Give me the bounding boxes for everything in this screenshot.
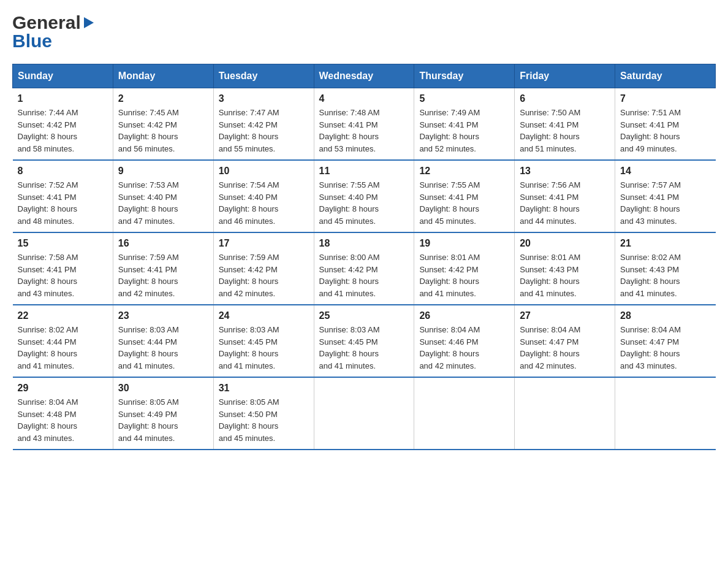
day-info: Sunrise: 7:51 AMSunset: 4:41 PMDaylight:…	[620, 107, 710, 155]
column-header-friday: Friday	[515, 64, 615, 88]
calendar-day-cell: 5 Sunrise: 7:49 AMSunset: 4:41 PMDayligh…	[414, 88, 515, 161]
calendar-day-cell: 2 Sunrise: 7:45 AMSunset: 4:42 PMDayligh…	[113, 88, 213, 161]
day-info: Sunrise: 7:55 AMSunset: 4:40 PMDaylight:…	[319, 179, 409, 227]
calendar-day-cell: 15 Sunrise: 7:58 AMSunset: 4:41 PMDaylig…	[13, 232, 113, 305]
logo-triangle-icon	[82, 16, 95, 29]
day-number: 19	[419, 238, 509, 249]
day-number: 18	[319, 238, 409, 249]
day-number: 26	[419, 310, 509, 321]
day-number: 23	[118, 310, 208, 321]
logo: General Blue	[12, 12, 96, 52]
day-info: Sunrise: 7:54 AMSunset: 4:40 PMDaylight:…	[219, 179, 309, 227]
day-info: Sunrise: 7:50 AMSunset: 4:41 PMDaylight:…	[520, 107, 610, 155]
calendar-day-cell: 20 Sunrise: 8:01 AMSunset: 4:43 PMDaylig…	[515, 232, 615, 305]
day-number: 21	[620, 238, 710, 249]
page-header: General Blue	[12, 12, 716, 52]
day-number: 10	[219, 166, 309, 177]
day-info: Sunrise: 8:03 AMSunset: 4:45 PMDaylight:…	[319, 324, 409, 372]
day-number: 6	[520, 93, 610, 104]
day-info: Sunrise: 7:57 AMSunset: 4:41 PMDaylight:…	[620, 179, 710, 227]
column-header-sunday: Sunday	[13, 64, 113, 88]
logo-general-text: General	[12, 12, 81, 33]
day-info: Sunrise: 7:53 AMSunset: 4:40 PMDaylight:…	[118, 179, 208, 227]
day-info: Sunrise: 8:04 AMSunset: 4:47 PMDaylight:…	[620, 324, 710, 372]
day-number: 4	[319, 93, 409, 104]
calendar-day-cell	[314, 377, 414, 450]
day-info: Sunrise: 8:02 AMSunset: 4:44 PMDaylight:…	[18, 324, 108, 372]
calendar-day-cell: 1 Sunrise: 7:44 AMSunset: 4:42 PMDayligh…	[13, 88, 113, 161]
day-info: Sunrise: 7:58 AMSunset: 4:41 PMDaylight:…	[18, 251, 108, 299]
day-number: 9	[118, 166, 208, 177]
day-info: Sunrise: 8:04 AMSunset: 4:48 PMDaylight:…	[18, 396, 108, 444]
calendar-day-cell: 21 Sunrise: 8:02 AMSunset: 4:43 PMDaylig…	[615, 232, 716, 305]
calendar-day-cell: 25 Sunrise: 8:03 AMSunset: 4:45 PMDaylig…	[314, 305, 414, 377]
day-number: 14	[620, 166, 710, 177]
calendar-week-row: 22 Sunrise: 8:02 AMSunset: 4:44 PMDaylig…	[13, 305, 716, 377]
calendar-day-cell: 8 Sunrise: 7:52 AMSunset: 4:41 PMDayligh…	[13, 160, 113, 232]
calendar-body: 1 Sunrise: 7:44 AMSunset: 4:42 PMDayligh…	[13, 88, 716, 450]
calendar-day-cell: 14 Sunrise: 7:57 AMSunset: 4:41 PMDaylig…	[615, 160, 716, 232]
calendar-day-cell: 18 Sunrise: 8:00 AMSunset: 4:42 PMDaylig…	[314, 232, 414, 305]
calendar-day-cell: 19 Sunrise: 8:01 AMSunset: 4:42 PMDaylig…	[414, 232, 515, 305]
day-number: 1	[18, 93, 108, 104]
day-number: 27	[520, 310, 610, 321]
day-info: Sunrise: 7:52 AMSunset: 4:41 PMDaylight:…	[18, 179, 108, 227]
day-number: 8	[18, 166, 108, 177]
column-header-saturday: Saturday	[615, 64, 716, 88]
calendar-day-cell: 30 Sunrise: 8:05 AMSunset: 4:49 PMDaylig…	[113, 377, 213, 450]
day-info: Sunrise: 8:01 AMSunset: 4:42 PMDaylight:…	[419, 251, 509, 299]
calendar-day-cell: 12 Sunrise: 7:55 AMSunset: 4:41 PMDaylig…	[414, 160, 515, 232]
calendar-week-row: 29 Sunrise: 8:04 AMSunset: 4:48 PMDaylig…	[13, 377, 716, 450]
calendar-table: SundayMondayTuesdayWednesdayThursdayFrid…	[12, 64, 716, 450]
calendar-day-cell: 7 Sunrise: 7:51 AMSunset: 4:41 PMDayligh…	[615, 88, 716, 161]
day-number: 31	[219, 383, 309, 394]
day-info: Sunrise: 8:05 AMSunset: 4:50 PMDaylight:…	[219, 396, 309, 444]
day-number: 3	[219, 93, 309, 104]
calendar-day-cell: 11 Sunrise: 7:55 AMSunset: 4:40 PMDaylig…	[314, 160, 414, 232]
day-number: 13	[520, 166, 610, 177]
calendar-day-cell: 27 Sunrise: 8:04 AMSunset: 4:47 PMDaylig…	[515, 305, 615, 377]
calendar-header: SundayMondayTuesdayWednesdayThursdayFrid…	[13, 64, 716, 88]
calendar-week-row: 8 Sunrise: 7:52 AMSunset: 4:41 PMDayligh…	[13, 160, 716, 232]
day-number: 2	[118, 93, 208, 104]
day-info: Sunrise: 7:44 AMSunset: 4:42 PMDaylight:…	[18, 107, 108, 155]
calendar-day-cell: 28 Sunrise: 8:04 AMSunset: 4:47 PMDaylig…	[615, 305, 716, 377]
day-number: 20	[520, 238, 610, 249]
day-info: Sunrise: 8:03 AMSunset: 4:44 PMDaylight:…	[118, 324, 208, 372]
calendar-day-cell: 4 Sunrise: 7:48 AMSunset: 4:41 PMDayligh…	[314, 88, 414, 161]
calendar-day-cell: 6 Sunrise: 7:50 AMSunset: 4:41 PMDayligh…	[515, 88, 615, 161]
calendar-day-cell	[414, 377, 515, 450]
calendar-week-row: 15 Sunrise: 7:58 AMSunset: 4:41 PMDaylig…	[13, 232, 716, 305]
day-info: Sunrise: 7:59 AMSunset: 4:41 PMDaylight:…	[118, 251, 208, 299]
day-info: Sunrise: 8:01 AMSunset: 4:43 PMDaylight:…	[520, 251, 610, 299]
logo-blue-text: Blue	[12, 31, 52, 52]
svg-marker-0	[84, 17, 94, 28]
calendar-week-row: 1 Sunrise: 7:44 AMSunset: 4:42 PMDayligh…	[13, 88, 716, 161]
calendar-day-cell	[615, 377, 716, 450]
calendar-day-cell: 23 Sunrise: 8:03 AMSunset: 4:44 PMDaylig…	[113, 305, 213, 377]
day-number: 30	[118, 383, 208, 394]
calendar-day-cell: 29 Sunrise: 8:04 AMSunset: 4:48 PMDaylig…	[13, 377, 113, 450]
calendar-day-cell: 10 Sunrise: 7:54 AMSunset: 4:40 PMDaylig…	[213, 160, 314, 232]
day-number: 11	[319, 166, 409, 177]
day-info: Sunrise: 8:03 AMSunset: 4:45 PMDaylight:…	[219, 324, 309, 372]
day-info: Sunrise: 7:49 AMSunset: 4:41 PMDaylight:…	[419, 107, 509, 155]
column-header-monday: Monday	[113, 64, 213, 88]
day-number: 15	[18, 238, 108, 249]
day-info: Sunrise: 7:45 AMSunset: 4:42 PMDaylight:…	[118, 107, 208, 155]
calendar-day-cell: 22 Sunrise: 8:02 AMSunset: 4:44 PMDaylig…	[13, 305, 113, 377]
day-number: 28	[620, 310, 710, 321]
column-header-wednesday: Wednesday	[314, 64, 414, 88]
day-info: Sunrise: 7:55 AMSunset: 4:41 PMDaylight:…	[419, 179, 509, 227]
day-number: 5	[419, 93, 509, 104]
calendar-day-cell: 17 Sunrise: 7:59 AMSunset: 4:42 PMDaylig…	[213, 232, 314, 305]
calendar-day-cell: 31 Sunrise: 8:05 AMSunset: 4:50 PMDaylig…	[213, 377, 314, 450]
day-number: 25	[319, 310, 409, 321]
calendar-day-cell	[515, 377, 615, 450]
calendar-day-cell: 24 Sunrise: 8:03 AMSunset: 4:45 PMDaylig…	[213, 305, 314, 377]
day-number: 17	[219, 238, 309, 249]
day-info: Sunrise: 8:04 AMSunset: 4:46 PMDaylight:…	[419, 324, 509, 372]
day-number: 16	[118, 238, 208, 249]
day-number: 22	[18, 310, 108, 321]
calendar-day-cell: 26 Sunrise: 8:04 AMSunset: 4:46 PMDaylig…	[414, 305, 515, 377]
